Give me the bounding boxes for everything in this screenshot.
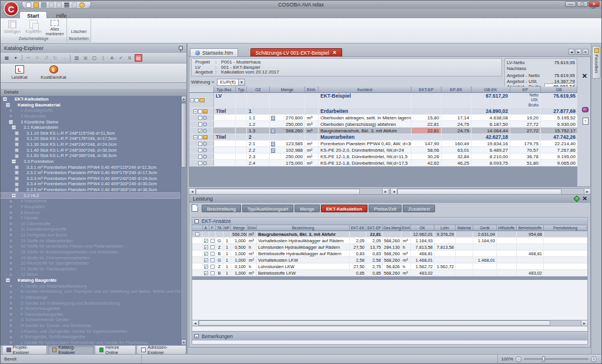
- checkbox-icon[interactable]: [198, 142, 202, 146]
- list-view-icon[interactable]: [64, 2, 69, 8]
- mail-icon[interactable]: [79, 2, 85, 8]
- checkbox-icon[interactable]: [210, 265, 215, 269]
- header-cell[interactable]: EKT-EP: [366, 225, 383, 231]
- header-cell[interactable]: Typ: [236, 86, 247, 92]
- checkbox-checked-icon[interactable]: ✓: [204, 271, 208, 275]
- header-cell[interactable]: GK: [411, 225, 434, 231]
- expand-box-icon[interactable]: [15, 171, 19, 175]
- header-cell[interactable]: OZ: [247, 86, 270, 92]
- bemerkungen-bar[interactable]: + Bemerkungen: [192, 331, 587, 340]
- header-cell[interactable]: F: [209, 225, 216, 231]
- ekt-row[interactable]: ✓Z10,500hLohnstunden Hydraulikbagger auf…: [192, 244, 587, 251]
- header-cell[interactable]: Lohn: [434, 225, 456, 231]
- checkbox-icon[interactable]: [9, 211, 13, 215]
- tree-item[interactable]: B Geräte Herstellung, zum Transport und …: [1, 289, 180, 295]
- checkbox-icon[interactable]: [198, 122, 202, 126]
- expand-box-icon[interactable]: −: [9, 120, 13, 124]
- checkbox-icon[interactable]: [210, 258, 215, 262]
- checkbox-icon[interactable]: [9, 222, 13, 226]
- zoom-slider[interactable]: [524, 358, 588, 360]
- checkbox-icon[interactable]: [9, 301, 13, 305]
- document-tab[interactable]: Schätzungs-LV 001-EKT-Beispiel✕: [250, 48, 342, 56]
- tree-item[interactable]: C Hebezeuge: [1, 295, 180, 300]
- tree-item[interactable]: 11 Dachdeckungsstoffe: [1, 226, 180, 232]
- header-cell[interactable]: TA: [216, 225, 223, 231]
- checkbox-icon[interactable]: [9, 261, 13, 265]
- tab-prev-icon[interactable]: ◄: [568, 49, 574, 55]
- leistkat-button[interactable]: LLeistKat: [4, 65, 35, 81]
- copy-icon[interactable]: ≡: [34, 54, 41, 62]
- tree-item[interactable]: 3.1.40 Stck KS L-R P 248*300*248, d=30,0…: [1, 148, 180, 153]
- header-cell[interactable]: Material: [456, 225, 473, 231]
- forward-icon[interactable]: →: [60, 54, 68, 62]
- tree-item[interactable]: 2 Bindemittel: [1, 113, 180, 119]
- lv-row-2.4[interactable]: 2.4175,000m²KS-PE 12-1,8, Dünnbettmörtel…: [189, 160, 577, 166]
- tree-item[interactable]: 3.3.4 m³ Porenbeton Planstein PPW4 0,40 …: [1, 181, 180, 187]
- checkbox-icon[interactable]: [198, 161, 202, 165]
- tree-item[interactable]: +3.2 HLZ: [1, 193, 180, 199]
- checkbox-icon[interactable]: [9, 199, 13, 203]
- tree-item[interactable]: 4 Natursteine: [1, 198, 180, 204]
- header-cell[interactable]: Einh.: [402, 225, 411, 231]
- frame-icon[interactable]: ▢: [91, 54, 98, 62]
- checkbox-icon[interactable]: [210, 271, 215, 275]
- checkbox-icon[interactable]: [9, 306, 13, 310]
- open-folder-icon[interactable]: [34, 2, 39, 8]
- navigate-icon[interactable]: [573, 195, 580, 202]
- close-panel-icon[interactable]: ✕: [583, 196, 587, 202]
- expand-box-icon[interactable]: −: [193, 135, 198, 139]
- scroll-thumb[interactable]: [181, 103, 186, 168]
- window-icon[interactable]: [72, 2, 77, 8]
- scroll-up-icon[interactable]: ▲: [181, 96, 186, 102]
- header-cell[interactable]: Einh.: [248, 225, 257, 231]
- leistung-tab-beschreibung[interactable]: Beschreibung: [202, 205, 241, 212]
- scroll-left-icon[interactable]: ◄: [192, 320, 199, 326]
- tree-item[interactable]: 6 Bauholz: [1, 210, 180, 216]
- checkbox-checked-icon[interactable]: ✓: [204, 239, 208, 243]
- tree-item[interactable]: 5 Bauplatten: [1, 204, 180, 210]
- chevron-down-icon[interactable]: ▼: [238, 79, 245, 85]
- checkbox-icon[interactable]: [9, 267, 13, 271]
- lv-row-1.1[interactable]: 1.1270,600m³Oberboden abtragen, seitl. i…: [189, 115, 577, 121]
- checkbox-icon[interactable]: [9, 256, 13, 260]
- header-cell[interactable]: GB-EK: [471, 86, 510, 92]
- tree-item[interactable]: −Katalog Baumaterial: [1, 102, 180, 108]
- dropdown-icon[interactable]: ▾: [12, 54, 19, 62]
- checkbox-checked-icon[interactable]: ✓: [204, 252, 208, 256]
- new-document-icon[interactable]: [26, 2, 31, 8]
- tree-item[interactable]: 21 Stoffe für Tischlerarbeiten: [1, 266, 180, 272]
- tree-item[interactable]: 3.1.10 Stck KS L-R P 248*115*248 d=11,5c…: [1, 131, 180, 136]
- checkbox-icon[interactable]: [9, 290, 13, 294]
- expand-box-icon[interactable]: [15, 176, 19, 181]
- expand-box-icon[interactable]: −: [190, 98, 194, 102]
- checkbox-icon[interactable]: [9, 114, 13, 118]
- tree-item[interactable]: 10 Dämmstoffe: [1, 221, 180, 227]
- tree-item[interactable]: D Geräte zur Erdbewegung und Bodenverdic…: [1, 300, 180, 306]
- header-cell[interactable]: EP: [510, 86, 541, 92]
- tree-item[interactable]: −3.1 Kalksandstein: [1, 125, 180, 131]
- header-cell[interactable]: Gerät: [473, 225, 497, 231]
- tree-item[interactable]: H Geräte für Tunnel- und Stollenbau: [1, 323, 180, 329]
- header-cell[interactable]: Hilfsstoffe: [497, 225, 517, 231]
- leistung-tab-zusatztext[interactable]: Zusatztext: [403, 205, 435, 212]
- tree-item[interactable]: 3.3.2 m³ Porenbeton Planstein PPW4 0,40 …: [1, 170, 180, 176]
- lv-row-1.3[interactable]: ✓1.3568,260m³Baugrubenaushub, Bkl. 3, mi…: [189, 128, 577, 134]
- tree-item[interactable]: 22 Beton: [1, 272, 180, 278]
- header-cell[interactable]: MF: [223, 225, 231, 231]
- checkbox-icon[interactable]: [9, 233, 13, 237]
- expand-icon[interactable]: +: [195, 334, 199, 338]
- lv-row-1.2[interactable]: 1.2250,000m³Oberboden (überschüssig) abf…: [189, 121, 577, 128]
- checkbox-checked-icon[interactable]: ✓: [204, 245, 208, 249]
- checkbox-icon[interactable]: [9, 329, 13, 333]
- purple-tag-icon[interactable]: [582, 107, 588, 112]
- zoom-slider-thumb[interactable]: [542, 356, 545, 362]
- checkbox-icon[interactable]: [210, 245, 215, 249]
- tree-item[interactable]: L Geräte für horizontalen Rohrvortrieb u…: [1, 340, 180, 345]
- alles-markieren-button[interactable]: Alles markieren: [45, 19, 65, 36]
- zoom-in-icon[interactable]: +: [591, 356, 597, 362]
- expand-box-icon[interactable]: [15, 137, 19, 141]
- tree-item[interactable]: F Gleisoberbaugeräte: [1, 312, 180, 318]
- checkbox-icon[interactable]: [9, 245, 13, 249]
- tree-item[interactable]: G Schwimmende Geräte: [1, 317, 180, 323]
- checkbox-icon[interactable]: [9, 239, 13, 243]
